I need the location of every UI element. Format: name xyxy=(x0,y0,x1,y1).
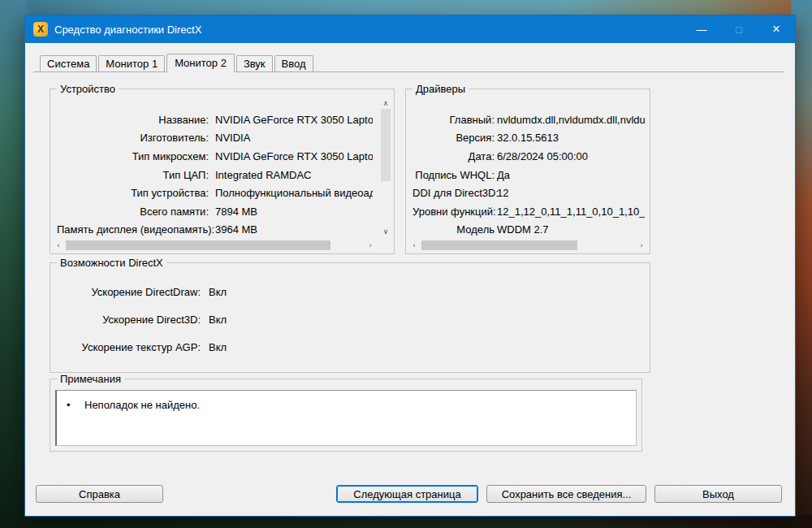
field-value: nvldumdx.dll,nvldumdx.dll,nvldumdx.dll xyxy=(497,114,645,126)
scroll-left-icon[interactable]: ‹ xyxy=(53,240,64,251)
wallpaper-trees-left xyxy=(0,0,28,528)
field-value: Вкл xyxy=(209,314,643,326)
field-label: Ускорение Direct3D: xyxy=(57,314,201,326)
tab-strip: Система Монитор 1 Монитор 2 Звук Ввод xyxy=(33,53,784,72)
save-all-info-button[interactable]: Сохранить все сведения... xyxy=(486,485,646,503)
note-text: Неполадок не найдено. xyxy=(84,399,200,411)
field-label: Подпись WHQL: xyxy=(412,169,495,181)
scroll-right-icon[interactable]: › xyxy=(636,240,647,251)
field-label: Дата: xyxy=(412,150,495,162)
groupbox-title: Устройство xyxy=(57,83,119,95)
device-fields: Название: NVIDIA GeForce RTX 3050 Laptop… xyxy=(57,110,373,237)
window-title: Средство диагностики DirectX xyxy=(54,24,201,36)
help-button[interactable]: Справка xyxy=(36,485,163,503)
driver-field-row: DDI для Direct3D: 12 xyxy=(412,184,645,202)
directx-features-groupbox: Возможности DirectX Ускорение DirectDraw… xyxy=(50,262,650,373)
field-label: Модель xyxy=(412,223,495,236)
dxdiag-window: X Средство диагностики DirectX — □ × Сис… xyxy=(24,15,796,517)
notes-groupbox: Примечания • Неполадок не найдено. xyxy=(50,379,642,452)
feature-field-row: Ускорение DirectDraw: Вкл xyxy=(57,278,643,305)
groupbox-title: Драйверы xyxy=(412,83,469,95)
driver-field-row: Подпись WHQL: Да xyxy=(412,166,645,184)
field-label: Всего памяти: xyxy=(57,206,209,218)
field-label: Ускорение текстур AGP: xyxy=(57,341,201,353)
field-value: 7894 MB xyxy=(215,206,373,218)
wallpaper-sky xyxy=(0,0,812,16)
driver-field-row: Версия: 32.0.15.5613 xyxy=(412,129,645,148)
feature-field-row: Ускорение текстур AGP: Вкл xyxy=(57,333,643,361)
note-item: • Неполадок не найдено. xyxy=(57,391,636,411)
field-label: DDI для Direct3D: xyxy=(412,187,495,199)
field-label: Изготовитель: xyxy=(57,132,209,144)
field-value: 32.0.15.5613 xyxy=(497,132,645,144)
features-fields: Ускорение DirectDraw: Вкл Ускорение Dire… xyxy=(57,278,643,367)
field-value: 3964 MB xyxy=(215,223,373,236)
drivers-horizontal-scrollbar[interactable]: ‹ › xyxy=(408,240,647,251)
scroll-thumb[interactable] xyxy=(66,240,330,250)
scroll-track[interactable] xyxy=(380,109,391,226)
driver-field-row: Дата: 6/28/2024 05:00:00 xyxy=(412,147,645,166)
device-field-row: Тип микросхем: NVIDIA GeForce RTX 3050 L… xyxy=(57,147,373,166)
device-field-row: Изготовитель: NVIDIA xyxy=(57,129,373,148)
bullet-icon: • xyxy=(67,399,84,411)
field-value: Вкл xyxy=(209,286,643,298)
tab-input[interactable]: Ввод xyxy=(274,55,313,71)
groupbox-title: Примечания xyxy=(57,373,124,385)
maximize-icon[interactable]: □ xyxy=(720,15,758,43)
field-value: Да xyxy=(497,169,645,181)
device-field-row: Тип устройства: Полнофункциональный виде… xyxy=(57,184,373,202)
drivers-fields: Главный: nvldumdx.dll,nvldumdx.dll,nvldu… xyxy=(412,110,645,237)
field-value: WDDM 2.7 xyxy=(497,223,645,236)
field-value: Integrated RAMDAC xyxy=(215,169,373,181)
field-value: 6/28/2024 05:00:00 xyxy=(497,150,645,162)
device-vertical-scrollbar[interactable]: ∧ ∨ xyxy=(380,97,391,237)
driver-field-row: Главный: nvldumdx.dll,nvldumdx.dll,nvldu… xyxy=(412,110,645,129)
tab-system[interactable]: Система xyxy=(40,55,97,71)
field-label: Название: xyxy=(57,114,209,126)
scroll-thumb[interactable] xyxy=(421,240,577,250)
field-label: Главный: xyxy=(412,114,495,126)
field-label: Уровни функций: xyxy=(412,206,495,218)
groupbox-title: Возможности DirectX xyxy=(57,257,166,269)
scroll-down-icon[interactable]: ∨ xyxy=(380,226,391,237)
device-groupbox: Устройство Название: NVIDIA GeForce RTX … xyxy=(50,89,395,254)
feature-field-row: Ускорение Direct3D: Вкл xyxy=(57,305,643,333)
scroll-up-icon[interactable]: ∧ xyxy=(380,97,391,109)
notes-textbox[interactable]: • Неполадок не найдено. xyxy=(55,390,637,446)
device-horizontal-scrollbar[interactable]: ‹ › xyxy=(53,240,376,251)
field-value: Вкл xyxy=(209,341,643,353)
field-value: 12_1,12_0,11_1,11_0,10_1,10_0,9_3 xyxy=(497,206,645,218)
device-field-row: Тип ЦАП: Integrated RAMDAC xyxy=(57,166,373,184)
minimize-icon[interactable]: — xyxy=(683,15,720,43)
device-field-row: Название: NVIDIA GeForce RTX 3050 Laptop… xyxy=(57,110,373,129)
tab-monitor-1[interactable]: Монитор 1 xyxy=(98,55,165,71)
tab-monitor-2[interactable]: Монитор 2 xyxy=(166,54,235,72)
field-label: Тип устройства: xyxy=(57,187,209,199)
window-controls: — □ × xyxy=(683,15,795,43)
field-label: Тип ЦАП: xyxy=(57,169,209,181)
field-label: Тип микросхем: xyxy=(57,150,209,162)
scroll-track[interactable] xyxy=(64,240,365,251)
drivers-groupbox: Драйверы Главный: nvldumdx.dll,nvldumdx.… xyxy=(405,89,650,254)
field-value: 12 xyxy=(497,187,645,199)
tab-sound[interactable]: Звук xyxy=(236,55,273,71)
scroll-thumb[interactable] xyxy=(381,109,391,181)
scroll-track[interactable] xyxy=(420,240,636,251)
scroll-left-icon[interactable]: ‹ xyxy=(408,240,420,251)
device-field-row: Всего памяти: 7894 MB xyxy=(57,202,373,221)
wallpaper-ground xyxy=(0,515,812,528)
field-value: NVIDIA GeForce RTX 3050 Laptop GPU xyxy=(215,114,373,126)
titlebar[interactable]: X Средство диагностики DirectX — □ × xyxy=(25,15,795,43)
field-label: Ускорение DirectDraw: xyxy=(57,286,201,298)
driver-field-row: Уровни функций: 12_1,12_0,11_1,11_0,10_1… xyxy=(412,202,645,221)
exit-button[interactable]: Выход xyxy=(654,485,782,503)
field-label: Версия: xyxy=(412,132,495,144)
next-page-button[interactable]: Следующая страница xyxy=(336,485,478,503)
field-value: Полнофункциональный видеоадаптер xyxy=(215,187,373,199)
directx-app-icon: X xyxy=(33,22,48,37)
field-value: NVIDIA GeForce RTX 3050 Laptop GPU xyxy=(215,150,373,162)
close-icon[interactable]: × xyxy=(758,15,795,43)
driver-field-row: Модель WDDM 2.7 xyxy=(412,221,645,237)
scroll-right-icon[interactable]: › xyxy=(365,240,376,251)
field-value: NVIDIA xyxy=(215,132,373,144)
